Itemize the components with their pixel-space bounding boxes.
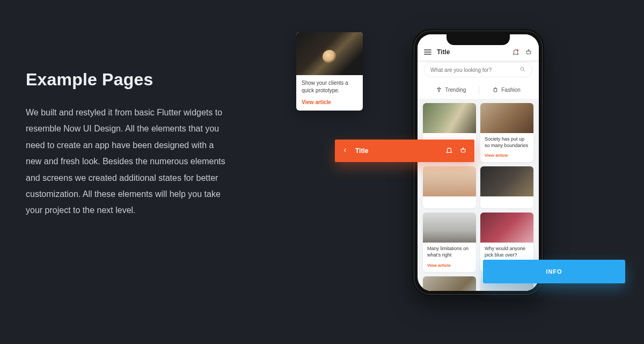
tab-trending-label: Trending <box>445 87 466 93</box>
svg-point-0 <box>517 49 519 52</box>
card-image <box>423 166 476 196</box>
card-title: Society has put up so many boundaries <box>485 136 529 149</box>
card-title: Why would anyone pick blue over? <box>485 246 529 258</box>
card-text: Show your clients a quick prototype. <box>302 79 357 94</box>
floating-bar-title: Title <box>355 147 445 155</box>
info-button-label: INFO <box>546 268 562 275</box>
tab-trending[interactable]: Trending <box>436 86 466 93</box>
card-title: Many limitations on what's right <box>427 246 472 258</box>
svg-point-1 <box>521 67 524 70</box>
search-icon[interactable] <box>519 65 526 75</box>
card-image <box>480 103 533 133</box>
app-title: Title <box>437 48 507 56</box>
list-item[interactable]: Society has put up so many boundariesVie… <box>480 103 533 162</box>
card-image <box>296 32 363 75</box>
list-item[interactable] <box>423 166 476 208</box>
card-image <box>423 276 476 291</box>
bell-icon[interactable] <box>445 147 453 156</box>
menu-icon[interactable] <box>424 49 431 55</box>
section-body: We built and restyled it from basic Flut… <box>26 105 230 219</box>
bell-icon[interactable] <box>512 48 519 56</box>
card-image <box>423 103 476 133</box>
phone-mockup: Title Trending <box>412 29 544 296</box>
section-text: Example Pages We built and restyled it f… <box>26 70 230 219</box>
card-image <box>480 213 533 243</box>
card-link[interactable]: View article <box>427 263 472 268</box>
card-link[interactable]: View article <box>302 99 357 105</box>
search-field[interactable] <box>424 62 532 77</box>
list-item[interactable]: View art <box>423 276 476 291</box>
card-link[interactable]: View article <box>485 153 529 158</box>
list-item[interactable]: Many limitations on what's rightView art… <box>423 213 476 272</box>
back-icon[interactable] <box>342 147 348 156</box>
tab-fashion[interactable]: Fashion <box>492 86 521 93</box>
info-button[interactable]: INFO <box>483 260 625 283</box>
search-input[interactable] <box>430 67 519 73</box>
phone-screen: Title Trending <box>418 34 539 291</box>
tab-fashion-label: Fashion <box>501 87 521 93</box>
category-tabs: Trending Fashion <box>418 83 539 99</box>
floating-title-bar[interactable]: Title <box>335 140 474 162</box>
basket-icon[interactable] <box>525 48 532 56</box>
card-image <box>480 166 533 196</box>
card-image <box>423 213 476 243</box>
floating-article-card[interactable]: Show your clients a quick prototype. Vie… <box>296 32 363 111</box>
section-heading: Example Pages <box>26 70 230 90</box>
diamond-icon <box>436 86 442 93</box>
tab-divider <box>479 86 479 93</box>
phone-notch <box>447 32 510 45</box>
bag-icon <box>492 86 499 93</box>
list-item[interactable] <box>480 166 533 208</box>
basket-icon[interactable] <box>459 147 467 156</box>
